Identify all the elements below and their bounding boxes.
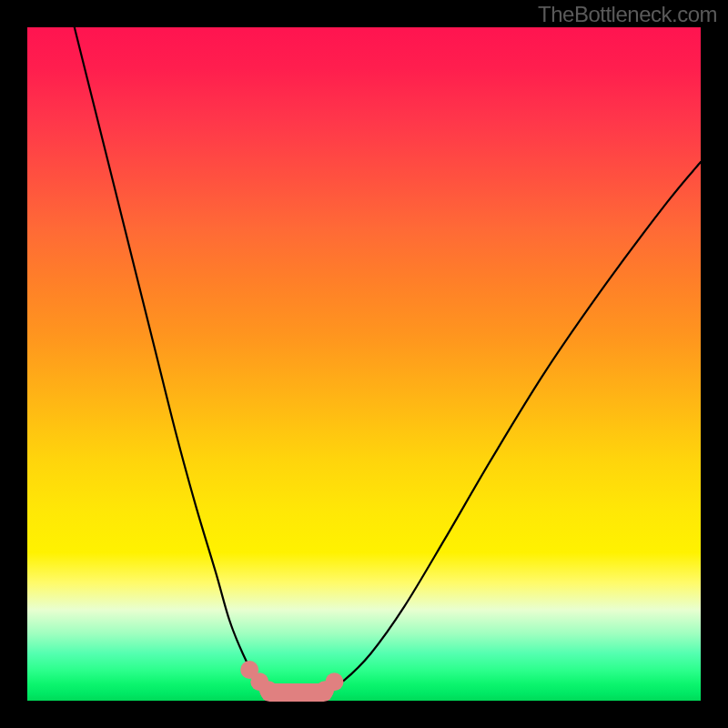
watermark-text: TheBottleneck.com (538, 2, 717, 27)
chart-frame: TheBottleneck.com (0, 0, 728, 728)
curves-layer (27, 27, 701, 701)
left-curve (75, 27, 270, 693)
plot-area (27, 27, 701, 701)
right-curve (324, 162, 701, 693)
